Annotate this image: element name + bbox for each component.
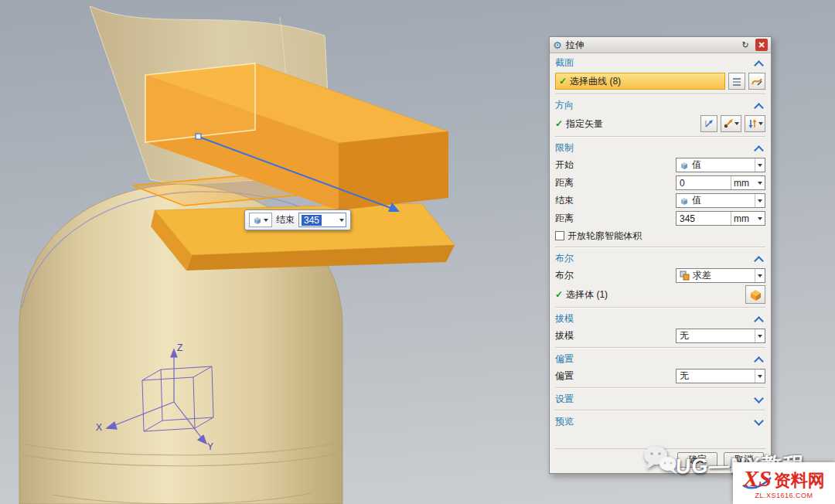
end-limit-value: 值 bbox=[692, 194, 701, 207]
axis-x-label: X bbox=[96, 422, 102, 433]
dialog-titlebar[interactable]: ⚙ 拉伸 ↻ ✕ bbox=[550, 37, 771, 53]
close-icon[interactable]: ✕ bbox=[755, 39, 768, 51]
end-distance-control: 345 mm bbox=[676, 211, 765, 226]
select-body-label: 选择体 (1) bbox=[566, 288, 608, 301]
draft-dropdown[interactable]: 无 bbox=[676, 329, 765, 343]
draft-value: 无 bbox=[680, 329, 689, 342]
logo-name-text: 资料网 bbox=[774, 472, 825, 489]
cube-icon bbox=[253, 216, 262, 225]
offset-label: 偏置 bbox=[555, 369, 574, 383]
start-limit-dropdown[interactable]: 值 bbox=[676, 158, 765, 172]
chevron-down-icon[interactable] bbox=[752, 415, 765, 429]
dropdown-arrow-icon bbox=[758, 375, 762, 378]
offset-group-label: 偏置 bbox=[555, 352, 752, 366]
preview-group-header[interactable]: 预览 bbox=[555, 414, 765, 430]
start-label: 开始 bbox=[555, 158, 574, 172]
axis-y-label: Y bbox=[207, 441, 213, 452]
dropdown-arrow-icon bbox=[264, 219, 268, 222]
dropdown-arrow-icon bbox=[758, 199, 762, 203]
direction-group-header[interactable]: 方向 bbox=[555, 97, 765, 114]
chevron-up-icon[interactable] bbox=[752, 141, 765, 155]
settings-group-label: 设置 bbox=[555, 393, 752, 406]
chevron-up-icon[interactable] bbox=[752, 352, 765, 366]
reverse-arrows-icon bbox=[747, 118, 758, 129]
site-logo-top: XS 资料网 bbox=[743, 467, 825, 490]
reset-icon[interactable]: ↻ bbox=[739, 39, 752, 51]
start-distance-unit-dropdown[interactable]: mm bbox=[731, 176, 765, 189]
divider bbox=[555, 347, 765, 349]
select-body-button[interactable] bbox=[745, 285, 765, 304]
gear-icon: ⚙ bbox=[553, 40, 562, 50]
extrude-dialog: ⚙ 拉伸 ↻ ✕ 截面 ✓ 选择曲线 (8) bbox=[549, 36, 772, 474]
section-group-label: 截面 bbox=[555, 56, 752, 70]
vector-icon bbox=[704, 118, 714, 129]
reverse-direction-button[interactable] bbox=[745, 115, 765, 132]
divider bbox=[555, 136, 765, 138]
limits-group-header[interactable]: 限制 bbox=[555, 140, 765, 156]
offset-group-header[interactable]: 偏置 bbox=[555, 351, 765, 367]
check-icon: ✓ bbox=[559, 77, 567, 86]
axis-z-label: Z bbox=[177, 342, 182, 353]
open-profile-label: 开放轮廓智能体积 bbox=[567, 230, 642, 243]
end-label: 结束 bbox=[555, 194, 574, 207]
divider bbox=[555, 307, 765, 308]
curve-rule-button[interactable] bbox=[728, 73, 745, 90]
boolean-group-label: 布尔 bbox=[555, 252, 752, 265]
sketch-section-button[interactable] bbox=[748, 73, 765, 90]
vector-dialog-button[interactable] bbox=[700, 115, 717, 132]
dialog-title: 拉伸 bbox=[566, 39, 735, 52]
offset-dropdown[interactable]: 无 bbox=[676, 369, 765, 383]
specify-vector-label: 指定矢量 bbox=[566, 117, 603, 131]
dropdown-arrow-icon bbox=[758, 122, 763, 125]
site-logo: XS 资料网 ZL.XS1616.COM bbox=[733, 462, 835, 504]
select-curve-label: 选择曲线 (8) bbox=[570, 75, 621, 88]
chevron-down-icon[interactable] bbox=[752, 393, 765, 407]
vector-type-button[interactable] bbox=[721, 115, 741, 132]
boolean-group-header[interactable]: 布尔 bbox=[555, 250, 765, 267]
end-distance-input[interactable]: 345 bbox=[677, 212, 731, 225]
open-profile-checkbox[interactable] bbox=[555, 231, 564, 240]
select-curve-field[interactable]: ✓ 选择曲线 (8) bbox=[555, 73, 725, 90]
section-group-header[interactable]: 截面 bbox=[555, 55, 765, 71]
dynamic-input-bar: 结束 345 bbox=[244, 209, 351, 230]
chevron-up-icon[interactable] bbox=[752, 312, 765, 326]
boolean-dropdown[interactable]: 求差 bbox=[676, 268, 765, 283]
list-icon bbox=[731, 76, 742, 87]
value-mode-dropdown[interactable] bbox=[249, 213, 272, 227]
chevron-up-icon[interactable] bbox=[752, 56, 765, 70]
draft-group-label: 拔模 bbox=[555, 312, 752, 325]
boolean-value: 求差 bbox=[693, 269, 711, 282]
curve-pen-icon bbox=[751, 75, 763, 87]
section-profile-outline bbox=[145, 63, 255, 142]
logo-xs-text: XS bbox=[743, 467, 772, 490]
draft-label: 拔模 bbox=[555, 329, 574, 342]
preview-group-label: 预览 bbox=[555, 415, 752, 428]
inferred-vector-icon bbox=[723, 118, 734, 129]
draft-group-header[interactable]: 拔模 bbox=[555, 311, 765, 327]
dropdown-arrow-icon bbox=[758, 217, 762, 220]
divider bbox=[555, 94, 765, 95]
end-distance-float-input[interactable]: 345 bbox=[298, 213, 346, 227]
end-distance-unit: mm bbox=[734, 213, 749, 224]
settings-group-header[interactable]: 设置 bbox=[555, 391, 765, 407]
limits-group-label: 限制 bbox=[555, 141, 752, 155]
solid-body-icon bbox=[749, 288, 762, 301]
chevron-up-icon[interactable] bbox=[752, 252, 765, 266]
dropdown-arrow-icon bbox=[734, 122, 739, 125]
cube-icon bbox=[680, 196, 689, 206]
end-distance-unit-dropdown[interactable]: mm bbox=[731, 212, 765, 225]
start-distance-unit: mm bbox=[734, 178, 749, 189]
chevron-up-icon[interactable] bbox=[752, 99, 765, 113]
end-limit-dropdown[interactable]: 值 bbox=[676, 193, 765, 208]
boolean-label: 布尔 bbox=[555, 269, 574, 282]
end-distance-float-value: 345 bbox=[302, 215, 322, 226]
check-icon: ✓ bbox=[555, 119, 563, 128]
start-limit-value: 值 bbox=[692, 158, 701, 172]
start-distance-input[interactable]: 0 bbox=[677, 176, 731, 189]
dropdown-arrow-icon bbox=[758, 274, 762, 278]
dropdown-arrow-icon bbox=[758, 164, 762, 167]
direction-group-label: 方向 bbox=[555, 99, 752, 112]
subtract-icon bbox=[680, 271, 690, 281]
divider bbox=[555, 387, 765, 389]
start-distance-label: 距离 bbox=[555, 176, 574, 189]
